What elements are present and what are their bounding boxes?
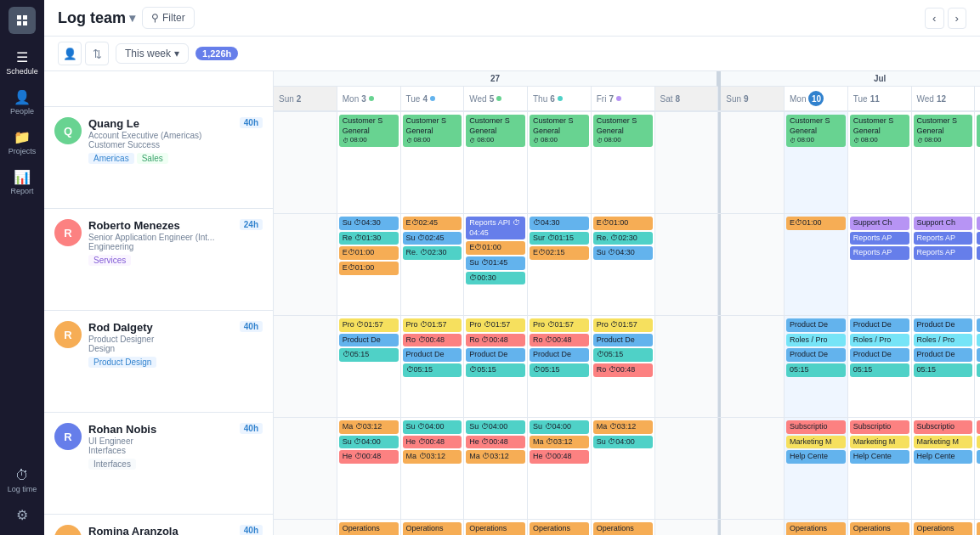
cell-quang-sun9[interactable] bbox=[721, 112, 785, 213]
sidebar-item-report[interactable]: 📊 Report bbox=[3, 164, 41, 200]
calendar-scroll[interactable]: 27 Sun2 Mon3 Tue4 Wed5 Thu6 Fri7 Sat8 bbox=[274, 71, 980, 535]
cell-romina-mon10[interactable]: Operations General08:00 bbox=[785, 520, 848, 535]
cell-roberto-mon3[interactable]: Su ⏱04:30 Re ⏱01:30 E⏱01:00 E⏱01:00 bbox=[337, 214, 401, 315]
event[interactable]: E⏱01:00 bbox=[466, 241, 525, 255]
event[interactable]: Product De bbox=[977, 348, 980, 362]
cell-romina-sun2[interactable] bbox=[274, 520, 337, 535]
cell-rohan-fri7[interactable]: Ma ⏱03:12 Su ⏱04:00 bbox=[592, 418, 655, 519]
event[interactable]: Ma ⏱03:12 bbox=[593, 420, 653, 434]
cell-romina-wed5[interactable]: Operations General08:00 bbox=[464, 520, 528, 535]
event[interactable]: ⏱05:15 bbox=[466, 363, 525, 377]
event[interactable]: Product De bbox=[850, 318, 909, 332]
event[interactable]: Ma ⏱03:12 bbox=[530, 436, 589, 449]
sidebar-item-logtime[interactable]: ⏱ Log time bbox=[3, 463, 41, 498]
event[interactable]: E⏱01:00 bbox=[786, 217, 846, 230]
cell-rod-tue11[interactable]: Product De Roles / Pro Product De 05:15 bbox=[848, 316, 912, 417]
event[interactable]: ⏱00:30 bbox=[466, 272, 525, 285]
event[interactable]: Su ⏱04:00 bbox=[593, 436, 653, 449]
event[interactable]: Support Ch bbox=[914, 217, 973, 230]
event[interactable]: Customer SGeneral08:00 bbox=[466, 115, 525, 147]
event[interactable]: Operations General08:00 bbox=[786, 522, 846, 535]
cell-romina-tue4[interactable]: Operations General08:00 bbox=[401, 520, 465, 535]
cell-quang-sat8[interactable] bbox=[655, 112, 719, 213]
event[interactable]: Roles / Pro bbox=[914, 334, 973, 347]
cell-quang-wed12[interactable]: Customer SGeneral08:00 bbox=[912, 112, 976, 213]
event[interactable]: Subscriptio bbox=[914, 420, 973, 434]
event[interactable]: 05:15 bbox=[914, 363, 973, 377]
event[interactable]: Roles / Pro bbox=[786, 334, 846, 347]
event[interactable]: E⏱02:15 bbox=[530, 246, 589, 260]
event[interactable]: Product De bbox=[593, 334, 653, 347]
event[interactable]: Help Cente bbox=[914, 450, 973, 464]
event[interactable]: E⏱01:00 bbox=[339, 262, 399, 275]
event[interactable]: Roles / Pro bbox=[850, 334, 909, 347]
cell-roberto-thu13[interactable]: Support Ch Reports AP Reports AP bbox=[975, 214, 980, 315]
event[interactable]: Su ⏱04:30 bbox=[593, 246, 653, 260]
cell-quang-tue4[interactable]: Customer SGeneral08:00 bbox=[401, 112, 465, 213]
event[interactable]: Customer SGeneral08:00 bbox=[786, 115, 846, 147]
people-view-button[interactable]: 👤 bbox=[58, 42, 82, 65]
cell-rohan-wed12[interactable]: Subscriptio Marketing M Help Cente bbox=[912, 418, 976, 519]
event[interactable]: Product De bbox=[786, 318, 846, 332]
event[interactable]: E⏱01:00 bbox=[593, 217, 653, 230]
cell-quang-thu6[interactable]: Customer SGeneral08:00 bbox=[528, 112, 592, 213]
cell-quang-tue11[interactable]: Customer SGeneral08:00 bbox=[848, 112, 912, 213]
event[interactable]: ⏱05:15 bbox=[530, 363, 589, 377]
cell-rod-fri7[interactable]: Pro ⏱01:57 Product De ⏱05:15 Ro ⏱00:48 bbox=[592, 316, 655, 417]
cell-quang-mon10[interactable]: Customer SGeneral08:00 bbox=[785, 112, 848, 213]
event[interactable]: Re. ⏱02:30 bbox=[593, 232, 653, 245]
event[interactable]: Operations General08:00 bbox=[403, 522, 462, 535]
cell-rod-sun2[interactable] bbox=[274, 316, 337, 417]
event[interactable]: Product De bbox=[530, 348, 589, 362]
event[interactable]: Operations General08:00 bbox=[593, 522, 653, 535]
cell-rod-tue4[interactable]: Pro ⏱01:57 Ro ⏱00:48 Product De ⏱05:15 bbox=[401, 316, 465, 417]
event[interactable]: Customer SGeneral08:00 bbox=[850, 115, 909, 147]
event[interactable]: Ro ⏱00:48 bbox=[530, 334, 589, 347]
event[interactable]: Support Ch bbox=[850, 217, 909, 230]
event[interactable]: Su ⏱01:45 bbox=[466, 256, 525, 270]
event[interactable]: Reports AP bbox=[914, 246, 973, 260]
event[interactable]: Su ⏱04:00 bbox=[466, 420, 525, 434]
cell-rod-thu6[interactable]: Pro ⏱01:57 Ro ⏱00:48 Product De ⏱05:15 bbox=[528, 316, 592, 417]
cell-romina-fri7[interactable]: Operations General08:00 bbox=[592, 520, 655, 535]
cell-rod-thu13[interactable]: Product De Roles / Pro Product De 05:15 bbox=[975, 316, 980, 417]
event[interactable]: Marketing M bbox=[786, 436, 846, 449]
event[interactable]: Subscriptio bbox=[977, 420, 980, 434]
event[interactable]: Ma ⏱03:12 bbox=[403, 450, 462, 464]
week-selector[interactable]: This week ▾ bbox=[116, 43, 189, 64]
event[interactable]: Ro ⏱00:48 bbox=[403, 334, 462, 347]
event[interactable]: Ro ⏱00:48 bbox=[466, 334, 525, 347]
event[interactable]: ⏱05:15 bbox=[593, 348, 653, 362]
event[interactable]: Operations General08:00 bbox=[977, 522, 980, 535]
event[interactable]: Help Cente bbox=[786, 450, 846, 464]
event[interactable]: Pro ⏱01:57 bbox=[593, 318, 653, 332]
cell-romina-sat8[interactable] bbox=[655, 520, 719, 535]
event[interactable]: Reports AP bbox=[850, 246, 909, 260]
event[interactable]: He ⏱00:48 bbox=[403, 436, 462, 449]
event[interactable]: Product De bbox=[850, 348, 909, 362]
cell-romina-mon3[interactable]: Operations General08:00 bbox=[337, 520, 401, 535]
event[interactable]: Customer SGeneral08:00 bbox=[339, 115, 399, 147]
event[interactable]: He ⏱00:48 bbox=[530, 450, 589, 464]
event[interactable]: Customer SGeneral08:00 bbox=[530, 115, 589, 147]
cell-quang-thu13[interactable]: Customer SGeneral08:00 bbox=[975, 112, 980, 213]
event[interactable]: Su ⏱02:45 bbox=[403, 232, 462, 245]
cell-roberto-tue11[interactable]: Support Ch Reports AP Reports AP bbox=[848, 214, 912, 315]
event[interactable]: Su ⏱04:00 bbox=[339, 436, 399, 449]
cell-roberto-mon10[interactable]: E⏱01:00 bbox=[785, 214, 848, 315]
sidebar-item-schedule[interactable]: ☰ Schedule bbox=[3, 44, 41, 81]
event[interactable]: Pro ⏱01:57 bbox=[466, 318, 525, 332]
sidebar-item-people[interactable]: 👤 People bbox=[3, 84, 41, 121]
event[interactable]: Marketing M bbox=[914, 436, 973, 449]
event[interactable]: Product De bbox=[977, 318, 980, 332]
cell-rohan-thu13[interactable]: Subscriptio Marketing M Help Cente bbox=[975, 418, 980, 519]
event[interactable]: Operations General08:00 bbox=[530, 522, 589, 535]
sidebar-item-settings[interactable]: ⚙ bbox=[3, 502, 41, 528]
cell-rohan-tue4[interactable]: Su ⏱04:00 He ⏱00:48 Ma ⏱03:12 bbox=[401, 418, 465, 519]
cell-rohan-sat8[interactable] bbox=[655, 418, 719, 519]
cell-rod-mon3[interactable]: Pro ⏱01:57 Product De ⏱05:15 bbox=[337, 316, 401, 417]
event[interactable]: Pro ⏱01:57 bbox=[403, 318, 462, 332]
event[interactable]: Re ⏱01:30 bbox=[339, 232, 399, 245]
event[interactable]: Subscriptio bbox=[850, 420, 909, 434]
cell-rod-wed12[interactable]: Product De Roles / Pro Product De 05:15 bbox=[912, 316, 976, 417]
